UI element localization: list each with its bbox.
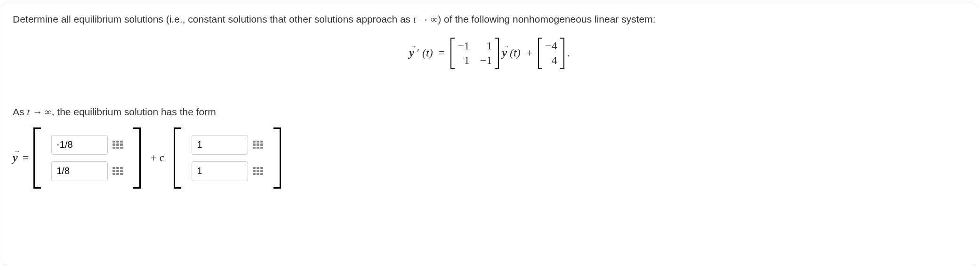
answer-equals: = [23,151,29,164]
vec1-entry-1[interactable] [51,135,108,155]
b-r1: −4 [545,40,557,52]
bracket-right-2 [273,127,281,189]
bracket-left-1 [33,127,41,189]
intro-text-post: ) of the following nonhomogeneous linear… [438,14,655,24]
keypad-icon[interactable] [253,141,263,149]
plus-c: + c [150,151,164,164]
vec2-entry-1[interactable] [192,135,248,155]
vec1-entry-2[interactable] [51,161,108,181]
system-equation: → y ′(t) = −1 1 1 −1 → y (t) + [13,38,966,69]
keypad-icon[interactable] [112,141,123,149]
intro-text-pre: Determine all equilibrium solutions (i.e… [13,14,413,24]
eq-period: . [567,47,570,59]
A-r2c2: −1 [480,54,492,67]
question-intro: Determine all equilibrium solutions (i.e… [13,12,966,27]
vec2-entry-2[interactable] [192,161,248,181]
answer-form: → y = + c [13,127,966,189]
bracket-right-1 [133,127,141,189]
y-t-symbol: → y [502,47,507,59]
yt-arg: (t) [510,47,521,59]
equals-sign: = [439,47,445,59]
keypad-icon[interactable] [112,167,123,175]
A-r1c1: −1 [458,40,470,52]
limit-expr: t → ∞ [413,14,438,25]
vector-b: −4 4 [538,38,564,69]
prompt2-limit: t → ∞ [27,106,51,118]
matrix-A: −1 1 1 −1 [450,38,499,69]
y-prime-symbol: → y [409,47,414,59]
prompt2-pre: As [13,106,27,117]
answer-y-symbol: → y [13,151,18,164]
plus-sign: + [526,47,533,59]
equilibrium-prompt: As t → ∞, the equilibrium solution has t… [13,106,966,118]
vector-input-1 [46,131,129,185]
A-r1c2: 1 [480,40,492,52]
bracket-left-2 [174,127,181,189]
prime-mark: ′ [417,47,419,59]
prompt2-post: , the equilibrium solution has the form [52,106,216,117]
lhs-arg: (t) [422,47,433,59]
A-r2c1: 1 [458,54,470,67]
question-panel: Determine all equilibrium solutions (i.e… [3,3,976,266]
keypad-icon[interactable] [253,167,263,175]
b-r2: 4 [545,54,557,67]
vector-input-2 [186,131,269,185]
